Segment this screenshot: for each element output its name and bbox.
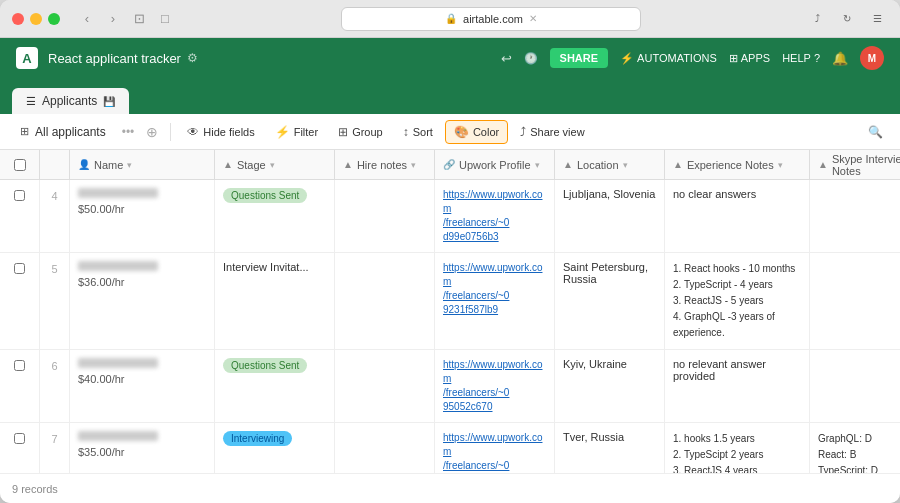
back-button[interactable]: ‹ bbox=[76, 8, 98, 30]
hide-fields-button[interactable]: 👁 Hide fields bbox=[179, 121, 262, 143]
row-7-exp[interactable]: 1. hooks 1.5 years 2. TypeScipt 2 years … bbox=[665, 423, 810, 473]
apps-button[interactable]: ⊞ APPS bbox=[729, 52, 770, 65]
group-icon: ⊞ bbox=[338, 125, 348, 139]
header-checkbox[interactable] bbox=[14, 159, 26, 171]
history-icon[interactable]: 🕐 bbox=[524, 52, 538, 65]
sort-location-icon: ▾ bbox=[623, 160, 628, 170]
app-logo: A bbox=[16, 47, 38, 69]
row-4-exp[interactable]: no clear answers bbox=[665, 180, 810, 252]
upwork-link-6b[interactable]: /freelancers/~0 bbox=[443, 386, 546, 400]
minimize-button[interactable] bbox=[30, 13, 42, 25]
sort-name-icon: ▾ bbox=[127, 160, 132, 170]
row-6-exp[interactable]: no relevant answer provided bbox=[665, 350, 810, 422]
automations-button[interactable]: ⚡ AUTOMATIONS bbox=[620, 52, 717, 65]
address-bar[interactable]: 🔒 airtable.com ✕ bbox=[341, 7, 641, 31]
hide-icon: 👁 bbox=[187, 125, 199, 139]
row-6-stage[interactable]: Questions Sent bbox=[215, 350, 335, 422]
reload-icon[interactable]: ↻ bbox=[836, 8, 858, 30]
upwork-link-4a[interactable]: https://www.upwork.com bbox=[443, 188, 546, 216]
filter-icon: ⚡ bbox=[275, 125, 290, 139]
column-header-stage[interactable]: ▲ Stage ▾ bbox=[215, 150, 335, 179]
row-6-skype[interactable] bbox=[810, 350, 900, 422]
row-6-location[interactable]: Kyiv, Ukraine bbox=[555, 350, 665, 422]
all-applicants-button[interactable]: ⊞ All applicants bbox=[12, 121, 114, 143]
user-avatar[interactable]: M bbox=[860, 46, 884, 70]
color-button[interactable]: 🎨 Color bbox=[445, 120, 508, 144]
exp-5-4: 4. GraphQL -3 years of experience. bbox=[673, 309, 801, 341]
upwork-link-7b[interactable]: /freelancers/~0 bbox=[443, 459, 546, 473]
row-5-exp[interactable]: 1. React hooks - 10 months 2. TypeScript… bbox=[665, 253, 810, 349]
row-4-hire[interactable] bbox=[335, 180, 435, 252]
upwork-link-7a[interactable]: https://www.upwork.com bbox=[443, 431, 546, 459]
row-5-hire[interactable] bbox=[335, 253, 435, 349]
maximize-button[interactable] bbox=[48, 13, 60, 25]
upwork-link-4c[interactable]: d99e0756b3 bbox=[443, 230, 546, 244]
row-6-upwork[interactable]: https://www.upwork.com /freelancers/~0 9… bbox=[435, 350, 555, 422]
upwork-link-6c[interactable]: 95052c670 bbox=[443, 400, 546, 414]
row-6-checkbox[interactable] bbox=[0, 350, 40, 422]
row-4-skype[interactable] bbox=[810, 180, 900, 252]
row-7-location[interactable]: Tver, Russia bbox=[555, 423, 665, 473]
row-5-upwork[interactable]: https://www.upwork.com /freelancers/~0 9… bbox=[435, 253, 555, 349]
column-header-upwork[interactable]: 🔗 Upwork Profile ▾ bbox=[435, 150, 555, 179]
column-header-exp[interactable]: ▲ Experience Notes ▾ bbox=[665, 150, 810, 179]
upwork-link-6a[interactable]: https://www.upwork.com bbox=[443, 358, 546, 386]
row-5-skype[interactable] bbox=[810, 253, 900, 349]
applicants-tab[interactable]: ☰ Applicants 💾 bbox=[12, 88, 129, 114]
forward-button[interactable]: › bbox=[102, 8, 124, 30]
checkbox-4[interactable] bbox=[14, 190, 25, 201]
upwork-link-5c[interactable]: 9231f587lb9 bbox=[443, 303, 546, 317]
row-5-name[interactable]: $36.00/hr bbox=[70, 253, 215, 349]
menu-icon[interactable]: ☰ bbox=[866, 8, 888, 30]
group-button[interactable]: ⊞ Group bbox=[330, 121, 391, 143]
sort-button[interactable]: ↕ Sort bbox=[395, 121, 441, 143]
undo-icon[interactable]: ↩ bbox=[501, 51, 512, 66]
checkbox-6[interactable] bbox=[14, 360, 25, 371]
column-header-skype[interactable]: ▲ Skype Interview Notes ▾ bbox=[810, 150, 900, 179]
row-6-hire[interactable] bbox=[335, 350, 435, 422]
row-4-location[interactable]: Ljubljana, Slovenia bbox=[555, 180, 665, 252]
select-all-checkbox[interactable] bbox=[0, 150, 40, 179]
bookmark-icon[interactable]: ⤴ bbox=[806, 8, 828, 30]
row-5-stage[interactable]: Interview Invitat... bbox=[215, 253, 335, 349]
row-5-checkbox[interactable] bbox=[0, 253, 40, 349]
column-header-hire[interactable]: ▲ Hire notes ▾ bbox=[335, 150, 435, 179]
row-4-stage[interactable]: Questions Sent bbox=[215, 180, 335, 252]
sort-stage-icon: ▾ bbox=[270, 160, 275, 170]
row-7-skype[interactable]: GraphQL: D React: B TypeScript: D bbox=[810, 423, 900, 473]
exp-7-1: 1. hooks 1.5 years bbox=[673, 431, 801, 447]
row-7-upwork[interactable]: https://www.upwork.com /freelancers/~0 5… bbox=[435, 423, 555, 473]
checkbox-5[interactable] bbox=[14, 263, 25, 274]
share-button[interactable]: SHARE bbox=[550, 48, 609, 68]
view-options-icon[interactable]: ••• bbox=[118, 123, 139, 141]
row-7-name[interactable]: $35.00/hr bbox=[70, 423, 215, 473]
close-button[interactable] bbox=[12, 13, 24, 25]
upwork-link-5b[interactable]: /freelancers/~0 bbox=[443, 289, 546, 303]
help-button[interactable]: HELP ? bbox=[782, 52, 820, 64]
share-icon: ⤴ bbox=[520, 125, 526, 139]
row-4-checkbox[interactable] bbox=[0, 180, 40, 252]
row-5-location[interactable]: Saint Petersburg, Russia bbox=[555, 253, 665, 349]
close-tab-icon[interactable]: ✕ bbox=[529, 13, 537, 24]
new-tab-icon[interactable]: □ bbox=[154, 8, 176, 30]
upwork-link-4b[interactable]: /freelancers/~0 bbox=[443, 216, 546, 230]
row-4-name[interactable]: $50.00/hr bbox=[70, 180, 215, 252]
search-button[interactable]: 🔍 bbox=[862, 119, 888, 145]
row-7-stage[interactable]: Interviewing bbox=[215, 423, 335, 473]
row-7-hire[interactable] bbox=[335, 423, 435, 473]
column-header-location[interactable]: ▲ Location ▾ bbox=[555, 150, 665, 179]
settings-icon[interactable]: ⚙ bbox=[187, 51, 198, 65]
table-row: 7 $35.00/hr Interviewing https://www.upw… bbox=[0, 423, 900, 473]
notification-icon[interactable]: 🔔 bbox=[832, 51, 848, 66]
row-7-checkbox[interactable] bbox=[0, 423, 40, 473]
browser-nav: ‹ › ⊡ □ bbox=[76, 8, 176, 30]
filter-button[interactable]: ⚡ Filter bbox=[267, 121, 326, 143]
upwork-link-5a[interactable]: https://www.upwork.com bbox=[443, 261, 546, 289]
row-4-upwork[interactable]: https://www.upwork.com /freelancers/~0 d… bbox=[435, 180, 555, 252]
row-6-name[interactable]: $40.00/hr bbox=[70, 350, 215, 422]
window-icon[interactable]: ⊡ bbox=[128, 8, 150, 30]
add-view-icon[interactable]: ⊕ bbox=[142, 124, 162, 140]
column-header-name[interactable]: 👤 Name ▾ bbox=[70, 150, 215, 179]
checkbox-7[interactable] bbox=[14, 433, 25, 444]
share-view-button[interactable]: ⤴ Share view bbox=[512, 121, 592, 143]
